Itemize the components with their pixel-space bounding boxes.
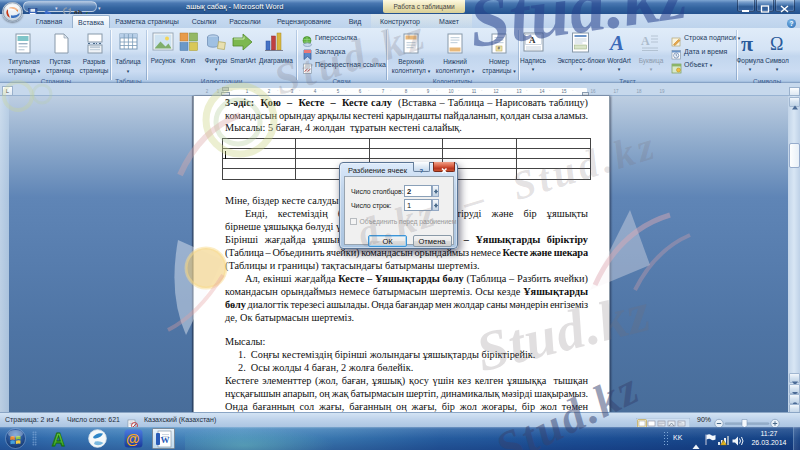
svg-text:A: A: [641, 34, 650, 48]
svg-text:!: !: [722, 440, 723, 445]
svg-text:A: A: [608, 31, 624, 54]
svg-text:@: @: [126, 431, 140, 447]
svg-text:A: A: [529, 35, 536, 45]
svg-text:?: ?: [420, 168, 424, 174]
svg-text:A: A: [52, 430, 65, 449]
svg-text:Ω: Ω: [770, 34, 783, 54]
svg-text:π: π: [741, 31, 753, 55]
